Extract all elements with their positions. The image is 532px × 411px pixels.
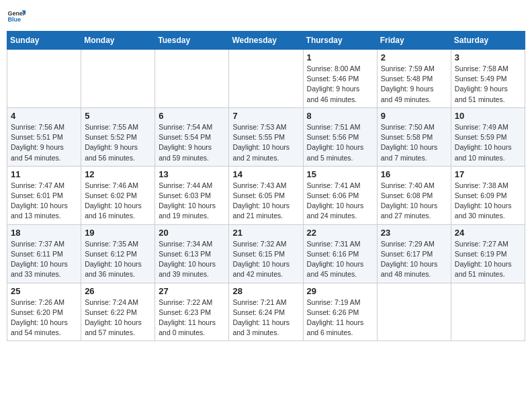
day-info: Sunrise: 7:24 AM Sunset: 6:22 PM Dayligh… [85, 298, 151, 338]
day-info: Sunrise: 7:47 AM Sunset: 6:01 PM Dayligh… [11, 181, 77, 222]
day-number: 19 [85, 228, 151, 238]
day-info: Sunrise: 7:22 AM Sunset: 6:23 PM Dayligh… [159, 298, 225, 338]
day-info: Sunrise: 7:58 AM Sunset: 5:49 PM Dayligh… [455, 64, 521, 105]
day-info: Sunrise: 7:41 AM Sunset: 6:06 PM Dayligh… [307, 181, 373, 222]
calendar-cell: 17Sunrise: 7:38 AM Sunset: 6:09 PM Dayli… [451, 166, 525, 224]
calendar-cell: 3Sunrise: 7:58 AM Sunset: 5:49 PM Daylig… [451, 50, 525, 108]
day-number: 4 [11, 111, 77, 121]
day-info: Sunrise: 7:44 AM Sunset: 6:03 PM Dayligh… [159, 181, 225, 222]
day-number: 27 [159, 286, 225, 296]
day-info: Sunrise: 7:19 AM Sunset: 6:26 PM Dayligh… [307, 298, 373, 338]
col-header-sunday: Sunday [7, 32, 81, 50]
calendar-cell [229, 50, 303, 108]
calendar-cell: 5Sunrise: 7:55 AM Sunset: 5:52 PM Daylig… [81, 107, 155, 166]
calendar-cell [377, 283, 451, 341]
day-info: Sunrise: 7:55 AM Sunset: 5:52 PM Dayligh… [85, 122, 151, 163]
calendar-cell: 28Sunrise: 7:21 AM Sunset: 6:24 PM Dayli… [229, 283, 303, 341]
day-number: 17 [455, 169, 521, 179]
day-number: 18 [11, 228, 77, 238]
day-number: 20 [159, 228, 225, 238]
day-info: Sunrise: 7:49 AM Sunset: 5:59 PM Dayligh… [455, 122, 521, 163]
day-info: Sunrise: 7:38 AM Sunset: 6:09 PM Dayligh… [455, 181, 521, 222]
calendar-cell: 4Sunrise: 7:56 AM Sunset: 5:51 PM Daylig… [7, 107, 81, 166]
day-number: 28 [232, 286, 299, 296]
day-info: Sunrise: 7:50 AM Sunset: 5:58 PM Dayligh… [381, 122, 447, 163]
col-header-friday: Friday [377, 32, 451, 50]
calendar-cell: 18Sunrise: 7:37 AM Sunset: 6:11 PM Dayli… [7, 224, 81, 283]
col-header-thursday: Thursday [303, 32, 377, 50]
day-number: 23 [381, 228, 447, 238]
svg-text:Blue: Blue [7, 16, 21, 23]
day-number: 5 [85, 111, 151, 121]
day-number: 22 [307, 228, 373, 238]
calendar-cell: 26Sunrise: 7:24 AM Sunset: 6:22 PM Dayli… [81, 283, 155, 341]
day-number: 26 [85, 286, 151, 296]
day-number: 6 [159, 111, 225, 121]
calendar-cell: 8Sunrise: 7:51 AM Sunset: 5:56 PM Daylig… [303, 107, 377, 166]
calendar-cell: 25Sunrise: 7:26 AM Sunset: 6:20 PM Dayli… [7, 283, 81, 341]
calendar-cell: 13Sunrise: 7:44 AM Sunset: 6:03 PM Dayli… [155, 166, 229, 224]
calendar-cell: 29Sunrise: 7:19 AM Sunset: 6:26 PM Dayli… [303, 283, 377, 341]
day-info: Sunrise: 7:34 AM Sunset: 6:13 PM Dayligh… [159, 239, 225, 280]
day-info: Sunrise: 7:21 AM Sunset: 6:24 PM Dayligh… [232, 298, 299, 338]
day-number: 25 [11, 286, 77, 296]
day-info: Sunrise: 7:29 AM Sunset: 6:17 PM Dayligh… [381, 239, 447, 280]
day-number: 14 [232, 169, 299, 179]
calendar-cell: 10Sunrise: 7:49 AM Sunset: 5:59 PM Dayli… [451, 107, 525, 166]
day-info: Sunrise: 7:27 AM Sunset: 6:19 PM Dayligh… [455, 239, 521, 280]
day-number: 15 [307, 169, 373, 179]
calendar-cell: 14Sunrise: 7:43 AM Sunset: 6:05 PM Dayli… [229, 166, 303, 224]
day-number: 24 [455, 228, 521, 238]
day-info: Sunrise: 7:46 AM Sunset: 6:02 PM Dayligh… [85, 181, 151, 222]
calendar-cell: 19Sunrise: 7:35 AM Sunset: 6:12 PM Dayli… [81, 224, 155, 283]
calendar-cell: 2Sunrise: 7:59 AM Sunset: 5:48 PM Daylig… [377, 50, 451, 108]
calendar-cell: 1Sunrise: 8:00 AM Sunset: 5:46 PM Daylig… [303, 50, 377, 108]
day-info: Sunrise: 7:31 AM Sunset: 6:16 PM Dayligh… [307, 239, 373, 280]
calendar-cell [81, 50, 155, 108]
day-number: 7 [232, 111, 299, 121]
day-info: Sunrise: 7:37 AM Sunset: 6:11 PM Dayligh… [11, 239, 77, 280]
day-number: 12 [85, 169, 151, 179]
day-info: Sunrise: 7:35 AM Sunset: 6:12 PM Dayligh… [85, 239, 151, 280]
calendar-table: SundayMondayTuesdayWednesdayThursdayFrid… [7, 31, 525, 341]
calendar-cell: 11Sunrise: 7:47 AM Sunset: 6:01 PM Dayli… [7, 166, 81, 224]
col-header-saturday: Saturday [451, 32, 525, 50]
day-info: Sunrise: 7:54 AM Sunset: 5:54 PM Dayligh… [159, 122, 225, 163]
col-header-wednesday: Wednesday [229, 32, 303, 50]
calendar-cell: 24Sunrise: 7:27 AM Sunset: 6:19 PM Dayli… [451, 224, 525, 283]
day-number: 3 [455, 52, 521, 62]
day-number: 10 [455, 111, 521, 121]
day-number: 13 [159, 169, 225, 179]
day-info: Sunrise: 7:56 AM Sunset: 5:51 PM Dayligh… [11, 122, 77, 163]
day-number: 16 [381, 169, 447, 179]
calendar-cell [451, 283, 525, 341]
calendar-cell: 6Sunrise: 7:54 AM Sunset: 5:54 PM Daylig… [155, 107, 229, 166]
logo: General Blue [7, 7, 28, 26]
calendar-cell: 7Sunrise: 7:53 AM Sunset: 5:55 PM Daylig… [229, 107, 303, 166]
calendar-cell: 12Sunrise: 7:46 AM Sunset: 6:02 PM Dayli… [81, 166, 155, 224]
calendar-cell: 27Sunrise: 7:22 AM Sunset: 6:23 PM Dayli… [155, 283, 229, 341]
calendar-cell: 20Sunrise: 7:34 AM Sunset: 6:13 PM Dayli… [155, 224, 229, 283]
day-number: 2 [381, 52, 447, 62]
day-info: Sunrise: 8:00 AM Sunset: 5:46 PM Dayligh… [307, 64, 373, 105]
calendar-cell: 21Sunrise: 7:32 AM Sunset: 6:15 PM Dayli… [229, 224, 303, 283]
calendar-cell: 9Sunrise: 7:50 AM Sunset: 5:58 PM Daylig… [377, 107, 451, 166]
day-info: Sunrise: 7:59 AM Sunset: 5:48 PM Dayligh… [381, 64, 447, 105]
day-number: 11 [11, 169, 77, 179]
day-info: Sunrise: 7:40 AM Sunset: 6:08 PM Dayligh… [381, 181, 447, 222]
day-info: Sunrise: 7:26 AM Sunset: 6:20 PM Dayligh… [11, 298, 77, 338]
day-number: 29 [307, 286, 373, 296]
day-number: 21 [232, 228, 299, 238]
calendar-cell: 16Sunrise: 7:40 AM Sunset: 6:08 PM Dayli… [377, 166, 451, 224]
col-header-tuesday: Tuesday [155, 32, 229, 50]
page-header: General Blue [7, 7, 525, 26]
calendar-cell: 22Sunrise: 7:31 AM Sunset: 6:16 PM Dayli… [303, 224, 377, 283]
col-header-monday: Monday [81, 32, 155, 50]
calendar-cell: 23Sunrise: 7:29 AM Sunset: 6:17 PM Dayli… [377, 224, 451, 283]
day-info: Sunrise: 7:32 AM Sunset: 6:15 PM Dayligh… [232, 239, 299, 280]
day-info: Sunrise: 7:53 AM Sunset: 5:55 PM Dayligh… [232, 122, 299, 163]
calendar-cell: 15Sunrise: 7:41 AM Sunset: 6:06 PM Dayli… [303, 166, 377, 224]
day-number: 9 [381, 111, 447, 121]
day-number: 8 [307, 111, 373, 121]
calendar-cell [155, 50, 229, 108]
